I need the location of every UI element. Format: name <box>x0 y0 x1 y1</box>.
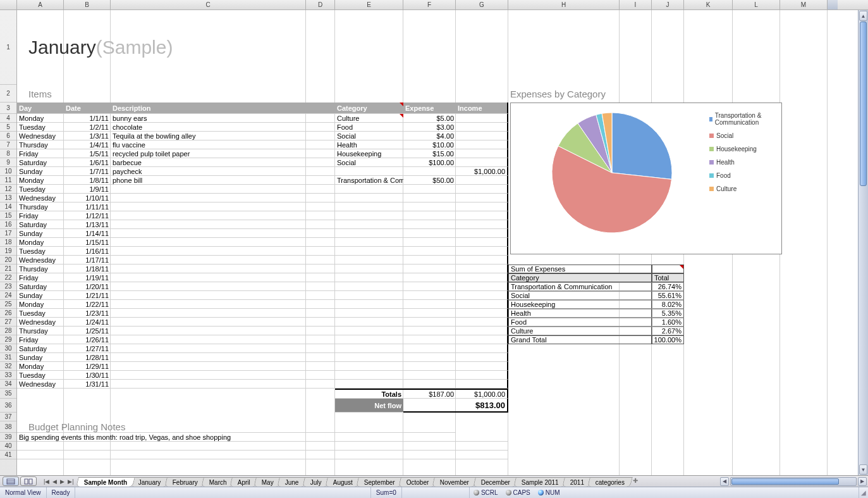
cell-day[interactable]: Wednesday <box>17 132 64 140</box>
cell-income[interactable] <box>456 220 508 229</box>
sheet-tab-2011[interactable]: 2011 <box>562 477 592 487</box>
pivot-val[interactable]: 1.60% <box>652 318 684 327</box>
row-header-32[interactable]: 32 <box>0 362 16 371</box>
cell-expense[interactable] <box>403 380 456 389</box>
row-header-8[interactable]: 8 <box>0 149 16 158</box>
sheet-tab-sample-month[interactable]: Sample Month <box>76 477 135 487</box>
page-layout-view-button[interactable] <box>20 476 37 486</box>
cell-expense[interactable] <box>403 256 456 265</box>
cell-date[interactable]: 1/9/11 <box>64 185 111 194</box>
cell-expense[interactable]: $3.00 <box>403 123 456 132</box>
row-header-26[interactable]: 26 <box>0 309 16 318</box>
cell-day[interactable]: Tuesday <box>17 371 64 380</box>
sheet-tab-november[interactable]: November <box>432 477 478 487</box>
cell-expense[interactable] <box>403 362 456 371</box>
cell-desc[interactable]: bunny ears <box>111 114 335 123</box>
cell-day[interactable]: Saturday <box>17 220 64 229</box>
normal-view-button[interactable] <box>3 476 19 486</box>
cell-income[interactable] <box>456 380 508 389</box>
cell-income[interactable] <box>456 149 508 158</box>
cell-date[interactable]: 1/5/11 <box>64 149 111 158</box>
cell-date[interactable]: 1/27/11 <box>64 344 111 353</box>
row-header-29[interactable]: 29 <box>0 335 16 344</box>
col-header-M[interactable]: M <box>780 0 828 9</box>
cell-desc[interactable] <box>111 380 335 389</box>
row-header-20[interactable]: 20 <box>0 256 16 265</box>
cell-category[interactable]: Food <box>335 123 403 132</box>
row-header-2[interactable]: 2 <box>0 85 16 103</box>
row-header-13[interactable]: 13 <box>0 194 16 202</box>
sheet-tab-december[interactable]: December <box>473 477 518 487</box>
sheet-tab-categories[interactable]: categories <box>587 477 633 487</box>
col-header-L[interactable]: L <box>733 0 780 9</box>
expenses-pie-chart[interactable]: Transportation & CommunicationSocialHous… <box>510 103 782 254</box>
cell-day[interactable]: Tuesday <box>17 123 64 132</box>
tab-nav-arrows[interactable]: |◀◀▶▶| <box>40 476 77 487</box>
cell-income[interactable] <box>456 353 508 362</box>
row-header-12[interactable]: 12 <box>0 185 16 194</box>
horizontal-scrollbar[interactable] <box>730 477 857 486</box>
cell-income[interactable] <box>456 371 508 380</box>
pivot-cat[interactable]: Health <box>508 309 652 318</box>
cell-expense[interactable]: $50.00 <box>403 176 456 185</box>
cell-day[interactable]: Wednesday <box>17 380 64 389</box>
row-header-30[interactable]: 30 <box>0 344 16 353</box>
cell-income[interactable] <box>456 211 508 220</box>
cell-date[interactable]: 1/17/11 <box>64 256 111 265</box>
cell-date[interactable]: 1/10/11 <box>64 194 111 202</box>
row-header-10[interactable]: 10 <box>0 167 16 176</box>
cell-desc[interactable]: Tequila at the bowling alley <box>111 132 335 140</box>
cell-income[interactable] <box>456 132 508 140</box>
cell-day[interactable]: Sunday <box>17 229 64 238</box>
col-header-C[interactable]: C <box>111 0 306 9</box>
row-header-18[interactable]: 18 <box>0 238 16 247</box>
cell-date[interactable]: 1/28/11 <box>64 353 111 362</box>
cell-day[interactable]: Monday <box>17 176 64 185</box>
cell-desc[interactable] <box>111 211 335 220</box>
pivot-val[interactable]: 5.35% <box>652 309 684 318</box>
cell-expense[interactable] <box>403 211 456 220</box>
cell-expense[interactable] <box>403 220 456 229</box>
row-header-19[interactable]: 19 <box>0 247 16 256</box>
cell-category[interactable] <box>335 238 403 247</box>
cell-income[interactable] <box>456 238 508 247</box>
row-header-7[interactable]: 7 <box>0 140 16 149</box>
cell-date[interactable]: 1/12/11 <box>64 211 111 220</box>
resize-handle[interactable]: ◢ <box>859 489 868 496</box>
cell-date[interactable]: 1/3/11 <box>64 132 111 140</box>
sheet-tab-september[interactable]: September <box>356 477 403 487</box>
cell-expense[interactable]: $4.00 <box>403 132 456 140</box>
cell-desc[interactable] <box>111 185 335 194</box>
row-header-24[interactable]: 24 <box>0 291 16 300</box>
cell-date[interactable]: 1/4/11 <box>64 140 111 149</box>
sheet-tab-january[interactable]: January <box>130 477 169 487</box>
row-header-1[interactable]: 1 <box>0 10 16 85</box>
cell-desc[interactable]: phone bill <box>111 176 335 185</box>
cell-category[interactable]: Culture <box>335 114 403 123</box>
cell-expense[interactable] <box>403 247 456 256</box>
cell-desc[interactable] <box>111 194 335 202</box>
cell-expense[interactable] <box>403 353 456 362</box>
col-header-D[interactable]: D <box>306 0 335 9</box>
cell-income[interactable] <box>456 140 508 149</box>
cell-date[interactable]: 1/8/11 <box>64 176 111 185</box>
cell-income[interactable] <box>456 185 508 194</box>
cell-day[interactable]: Wednesday <box>17 194 64 202</box>
cell-expense[interactable]: $10.00 <box>403 140 456 149</box>
pivot-val[interactable]: 8.02% <box>652 300 684 309</box>
cell-expense[interactable] <box>403 371 456 380</box>
row-header-40[interactable]: 40 <box>0 442 16 451</box>
cell-category[interactable]: Transportation & Com <box>335 176 403 185</box>
pivot-grand-val[interactable]: 100.00% <box>652 335 684 344</box>
row-header-27[interactable]: 27 <box>0 318 16 327</box>
scroll-up-button[interactable]: ▲ <box>859 11 867 21</box>
cell-expense[interactable] <box>403 194 456 202</box>
cell-category[interactable]: Social <box>335 158 403 167</box>
sheet-tab-february[interactable]: February <box>164 477 206 487</box>
row-header-9[interactable]: 9 <box>0 158 16 167</box>
cell-day[interactable]: Thursday <box>17 202 64 211</box>
cell-desc[interactable] <box>111 353 335 362</box>
hscroll-right-button[interactable]: ▶ <box>858 477 867 486</box>
cell-income[interactable] <box>456 247 508 256</box>
cell-desc[interactable]: paycheck <box>111 167 335 176</box>
